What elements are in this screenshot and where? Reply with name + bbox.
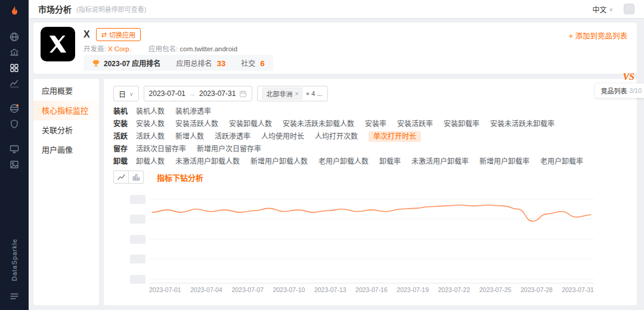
metric-item[interactable]: 老用户卸载人数	[318, 156, 369, 167]
total-rank-value: 33	[217, 59, 225, 68]
globe-icon[interactable]	[5, 29, 24, 45]
language-selector[interactable]: 中文	[592, 4, 613, 14]
avatar[interactable]	[624, 4, 634, 14]
metric-item[interactable]: 装机人数	[136, 106, 165, 117]
metric-item[interactable]: 单次打开时长	[369, 131, 421, 142]
switch-app-button[interactable]: 切换应用	[96, 28, 141, 41]
y-label-skeleton	[130, 215, 145, 224]
region-tag-label: 北部非洲	[266, 89, 292, 98]
x-axis-label: 2023-07-31	[562, 286, 594, 293]
arrow-right-icon	[189, 89, 196, 98]
datasparkle-logo-icon[interactable]	[7, 4, 22, 20]
chart-toolbar: 指标下钻分析	[113, 170, 627, 184]
swap-icon	[101, 31, 107, 39]
metric-item[interactable]: 卸载人数	[136, 156, 165, 167]
metric-item[interactable]: 活跃人数	[136, 131, 165, 142]
metric-item[interactable]: 老用户卸载率	[540, 156, 583, 167]
metric-row: 卸载卸载人数未激活用户卸载人数新增用户卸载人数老用户卸载人数卸载率未激活用户卸载…	[113, 156, 627, 167]
rank-period: 2023-07 应用排名	[92, 58, 160, 68]
rank-row: 2023-07 应用排名 应用总排名 33 社交 6	[83, 55, 273, 71]
competitor-count: 3/10	[630, 87, 642, 94]
region-tag[interactable]: 北部非洲	[262, 88, 302, 100]
metric-item[interactable]: 活跃渗透率	[215, 131, 250, 142]
nav-item-core-metrics[interactable]: 核心指标监控	[33, 101, 99, 120]
metric-item[interactable]: 安装卸载人数	[229, 119, 272, 129]
date-start: 2023-07-01	[149, 89, 185, 98]
region-filter[interactable]: 北部非洲 + 4 ...	[257, 86, 327, 101]
metric-item[interactable]: 装机渗透率	[175, 106, 211, 117]
metric-item[interactable]: 未激活用户卸载率	[411, 156, 469, 167]
nav-item-relation-analysis[interactable]: 关联分析	[33, 120, 99, 140]
rank-period-label: 2023-07 应用排名	[104, 58, 160, 68]
metric-item[interactable]: 安装活跃率	[397, 119, 433, 129]
content: X 切换应用 开发商: X Corp. 应用包名: com.twitter.an…	[29, 18, 644, 310]
metric-item[interactable]: 未激活用户卸载人数	[175, 156, 240, 167]
metric-row: 活跃活跃人数新增人数活跃渗透率人均使用时长人均打开次数单次打开时长	[113, 131, 627, 142]
metric-category: 安装	[113, 120, 136, 128]
line-chart-toggle[interactable]	[113, 170, 129, 184]
trend-chart-icon[interactable]	[5, 76, 24, 91]
sidebar-icon-list	[5, 29, 24, 172]
add-to-competitor-button[interactable]: + 添加到竞品列表	[569, 30, 627, 41]
x-axis-label: 2023-07-10	[273, 286, 305, 293]
brand-vertical-text: DataSparkle	[11, 238, 18, 281]
metric-item[interactable]: 安装活跃人数	[175, 119, 218, 129]
category-label[interactable]: 社交	[241, 60, 255, 68]
world-icon[interactable]	[5, 101, 24, 116]
y-label-skeleton	[130, 275, 145, 284]
competitor-list-label: 竞品列表	[601, 86, 627, 95]
category-rank: 社交 6	[241, 58, 265, 68]
close-icon[interactable]	[295, 90, 298, 97]
app-name: X	[83, 29, 90, 40]
badge-icon[interactable]	[5, 116, 24, 132]
nav-item-app-overview[interactable]: 应用概要	[33, 81, 99, 101]
metric-item[interactable]: 安装卸载率	[444, 119, 479, 129]
x-axis-label: 2023-07-01	[149, 286, 181, 293]
monitor-icon[interactable]	[5, 141, 24, 157]
granularity-select[interactable]: 日	[113, 86, 139, 101]
vs-label: VS	[595, 72, 644, 82]
metric-item[interactable]: 安装未活跃未卸载率	[490, 119, 555, 129]
metric-item[interactable]: 新增用户卸载人数	[250, 156, 308, 167]
metric-rows: 装机装机人数装机渗透率安装安装人数安装活跃人数安装卸载人数安装未活跃未卸载人数安…	[113, 106, 627, 167]
metric-item[interactable]: 安装人数	[136, 119, 165, 129]
sidebar: DataSparkle	[0, 0, 29, 310]
menu-icon[interactable]	[5, 289, 24, 304]
line-chart[interactable]	[149, 188, 594, 284]
metric-item[interactable]: 安装率	[365, 119, 386, 129]
apps-grid-icon[interactable]	[5, 60, 24, 76]
nav-item-user-profile[interactable]: 用户画像	[33, 140, 99, 160]
x-axis-label: 2023-07-19	[397, 286, 429, 293]
metric-item[interactable]: 人均打开次数	[315, 131, 358, 142]
bar-chart-icon	[132, 173, 141, 181]
date-range-picker[interactable]: 2023-07-01 2023-07-31	[144, 86, 253, 101]
metric-item[interactable]: 安装未活跃未卸载人数	[283, 119, 354, 129]
metric-item[interactable]: 新增人数	[175, 131, 204, 142]
x-axis-label: 2023-07-22	[438, 286, 470, 293]
metric-category: 活跃	[113, 132, 136, 141]
app-meta: 开发商: X Corp. 应用包名: com.twitter.android	[83, 44, 237, 53]
metric-category: 留存	[113, 145, 136, 153]
drill-down-link[interactable]: 指标下钻分析	[157, 172, 203, 183]
x-axis-label: 2023-07-25	[479, 286, 512, 293]
bank-icon[interactable]	[5, 45, 24, 60]
metric-item[interactable]: 活跃次日留存率	[136, 144, 186, 154]
line-chart-icon	[117, 173, 126, 181]
y-label-skeleton	[130, 195, 145, 204]
developer-value[interactable]: X Corp.	[108, 45, 131, 52]
package-label: 应用包名:	[148, 45, 178, 52]
chart-area: 2023-07-012023-07-042023-07-072023-07-10…	[113, 188, 627, 302]
calendar-icon	[239, 90, 247, 98]
more-regions-tag[interactable]: + 4 ...	[306, 90, 323, 97]
metric-category: 装机	[113, 107, 136, 116]
language-label: 中文	[592, 4, 606, 14]
metric-item[interactable]: 人均使用时长	[261, 131, 304, 142]
gallery-icon[interactable]	[5, 157, 24, 172]
competitor-list-tab[interactable]: 竞品列表 3/10	[595, 83, 644, 98]
metric-item[interactable]: 新增用户卸载率	[479, 156, 530, 167]
metric-item[interactable]: 新增用户次日留存率	[197, 144, 261, 154]
bar-chart-toggle[interactable]	[128, 170, 144, 184]
metric-item[interactable]: 卸载率	[379, 156, 401, 167]
y-axis-skeleton	[130, 188, 148, 284]
x-axis-label: 2023-07-28	[521, 286, 553, 293]
